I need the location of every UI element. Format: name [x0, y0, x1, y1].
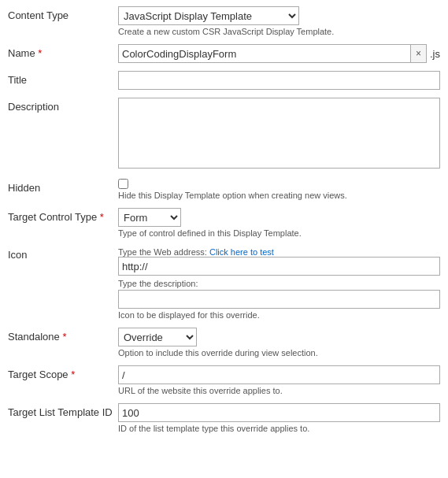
- standalone-row: Standalone * Override Option to include …: [8, 328, 440, 358]
- name-wrap: × .js: [118, 44, 440, 63]
- title-row: Title: [8, 71, 440, 90]
- icon-description-input[interactable]: [118, 290, 440, 309]
- title-input[interactable]: [118, 71, 440, 90]
- target-control-type-row: Target Control Type * Form Type of contr…: [8, 208, 440, 238]
- icon-web-address-label-wrap: Type the Web address: Click here to test: [118, 247, 440, 257]
- target-list-template-id-input[interactable]: [118, 403, 440, 422]
- name-input-wrap: × .js: [118, 44, 440, 63]
- standalone-label: Standalone *: [8, 328, 118, 343]
- target-control-type-select[interactable]: Form: [118, 208, 181, 227]
- icon-web-address-input[interactable]: [118, 257, 440, 276]
- icon-description-label: Type the description:: [118, 279, 440, 288]
- content-type-label: Content Type: [8, 6, 118, 21]
- standalone-select[interactable]: Override: [118, 328, 197, 346]
- target-scope-input[interactable]: [118, 365, 440, 384]
- target-scope-row: Target Scope * URL of the website this o…: [8, 365, 440, 395]
- target-list-template-id-hint: ID of the list template type this overri…: [118, 424, 440, 433]
- target-list-template-id-row: Target List Template ID ID of the list t…: [8, 403, 440, 433]
- title-label: Title: [8, 71, 118, 86]
- target-control-type-hint: Type of control defined in this Display …: [118, 228, 440, 238]
- description-row: Description: [8, 98, 440, 171]
- name-label: Name *: [8, 44, 118, 59]
- hidden-row: Hidden Hide this Display Template option…: [8, 179, 440, 200]
- target-control-type-label: Target Control Type *: [8, 208, 118, 223]
- content-type-select[interactable]: JavaScript Display Template: [118, 6, 299, 25]
- icon-hint: Icon to be displayed for this override.: [118, 310, 440, 320]
- target-list-template-id-wrap: ID of the list template type this overri…: [118, 403, 440, 433]
- target-scope-wrap: URL of the website this override applies…: [118, 365, 440, 395]
- form-container: Content Type JavaScript Display Template…: [0, 0, 448, 447]
- icon-click-here-link[interactable]: Click here to test: [209, 247, 274, 257]
- standalone-wrap: Override Option to include this override…: [118, 328, 440, 358]
- name-clear-button[interactable]: ×: [411, 44, 427, 63]
- target-scope-label: Target Scope *: [8, 365, 118, 380]
- description-label: Description: [8, 98, 118, 113]
- description-input[interactable]: [118, 98, 440, 169]
- name-row: Name * × .js: [8, 44, 440, 63]
- content-type-wrap: JavaScript Display Template Create a new…: [118, 6, 440, 36]
- content-type-row: Content Type JavaScript Display Template…: [8, 6, 440, 36]
- icon-row: Icon Type the Web address: Click here to…: [8, 246, 440, 320]
- target-list-template-id-label: Target List Template ID: [8, 403, 118, 418]
- target-control-type-wrap: Form Type of control defined in this Dis…: [118, 208, 440, 238]
- icon-wrap: Type the Web address: Click here to test…: [118, 246, 440, 320]
- target-scope-hint: URL of the website this override applies…: [118, 386, 440, 395]
- name-input[interactable]: [118, 44, 411, 63]
- standalone-hint: Option to include this override during v…: [118, 348, 440, 358]
- title-wrap: [118, 71, 440, 90]
- hidden-checkbox[interactable]: [118, 179, 128, 189]
- name-suffix: .js: [430, 48, 440, 60]
- description-wrap: [118, 98, 440, 171]
- hidden-checkbox-wrap: [118, 179, 440, 189]
- icon-label: Icon: [8, 246, 118, 261]
- hidden-label: Hidden: [8, 179, 118, 194]
- hidden-hint: Hide this Display Template option when c…: [118, 191, 440, 200]
- content-type-hint: Create a new custom CSR JavaScript Displ…: [118, 27, 440, 36]
- hidden-wrap: Hide this Display Template option when c…: [118, 179, 440, 200]
